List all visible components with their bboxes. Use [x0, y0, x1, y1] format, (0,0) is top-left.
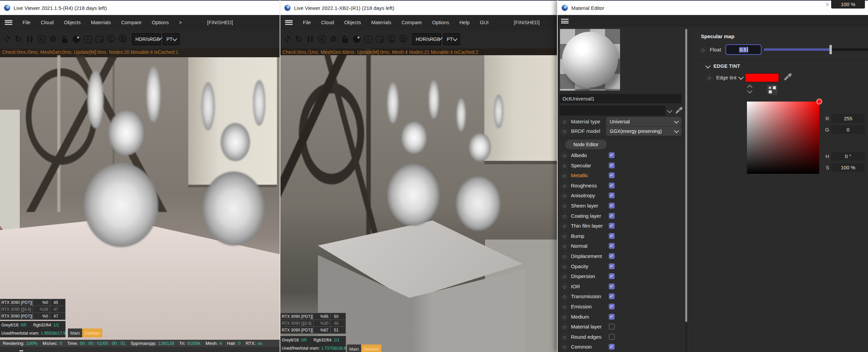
add-render-target-icon[interactable]: + [83, 35, 92, 44]
node-pin-icon[interactable]: ◇ [561, 252, 568, 260]
channel-checkbox[interactable] [609, 314, 615, 320]
channel-row[interactable]: ◇ Emission [558, 302, 691, 312]
channel-row[interactable]: ◇ Transmission [558, 292, 691, 302]
menu-item[interactable]: Options [152, 20, 169, 25]
display-mode-select[interactable]: HDR/sRGB [412, 33, 441, 45]
menu-item[interactable]: > [179, 20, 182, 25]
lock-resolution-icon[interactable] [60, 35, 69, 44]
float-slider[interactable] [764, 48, 868, 51]
menu-item[interactable]: Compare [401, 20, 422, 25]
channel-checkbox[interactable] [609, 243, 615, 249]
color-channel-input[interactable]: 0 [831, 125, 865, 134]
node-pin-icon[interactable]: ◇ [561, 202, 568, 210]
channel-checkbox[interactable] [609, 183, 615, 188]
channel-checkbox[interactable] [609, 293, 615, 299]
color-channel-input[interactable]: 0 ° [831, 152, 865, 160]
channel-checkbox[interactable] [609, 233, 615, 239]
channel-row[interactable]: ◇ Metallic [558, 171, 691, 181]
channel-row[interactable]: ◇ Specular [558, 161, 691, 171]
channel-checkbox[interactable] [609, 253, 615, 259]
menu-item[interactable]: Cloud [41, 20, 54, 25]
channel-checkbox[interactable] [609, 284, 615, 289]
brdf-model-select[interactable]: GGX(energy preserving) [606, 126, 681, 136]
menu-item[interactable]: File [303, 20, 311, 25]
menu-icon[interactable] [5, 20, 12, 25]
picker-grid-icon[interactable] [767, 85, 778, 95]
node-pin-icon[interactable]: ◇ [561, 232, 568, 240]
channel-row[interactable]: ◇ Anisotropy [558, 191, 691, 201]
channel-row[interactable]: ◇ IOR [558, 282, 691, 292]
node-pin-icon[interactable]: ◇ [561, 283, 568, 290]
value-stepper[interactable] [747, 85, 752, 93]
node-pin-icon[interactable]: ◇ [699, 46, 707, 53]
menu-item[interactable]: Materials [91, 20, 111, 25]
window-titlebar[interactable]: Live Viewer 2022.1-XB2-(R1) (218 days le… [280, 0, 557, 15]
channel-row[interactable]: ◇ Medium [558, 312, 691, 322]
menu-item[interactable]: GUI [480, 20, 489, 25]
add-render-target-icon[interactable]: + [364, 35, 373, 44]
channel-row[interactable]: ◇ Normal [558, 241, 691, 251]
color-field[interactable] [747, 102, 819, 174]
menu-item[interactable]: Materials [371, 20, 391, 25]
pass-tab[interactable]: DeMain [361, 345, 381, 352]
region-picker-icon[interactable] [375, 35, 384, 44]
refresh-icon[interactable]: ↻ [14, 35, 23, 44]
chevron-down-icon[interactable] [667, 108, 673, 113]
node-pin-icon[interactable]: ◇ [561, 192, 568, 199]
channel-row[interactable]: ◇ Dispersion [558, 272, 691, 282]
eyedropper-icon[interactable] [674, 106, 683, 115]
node-pin-icon[interactable]: ◇ [561, 118, 568, 125]
focus-picker-icon[interactable]: F [387, 35, 396, 44]
kernel-select[interactable]: PT [163, 33, 179, 45]
channel-checkbox[interactable] [609, 263, 615, 269]
restart-render-icon[interactable]: R [37, 35, 46, 44]
restart-render-icon[interactable]: R [317, 35, 326, 44]
menu-item[interactable]: Cloud [321, 20, 334, 25]
pass-tab[interactable]: Main [68, 328, 82, 337]
node-pin-icon[interactable]: ◇ [561, 273, 568, 280]
channel-checkbox[interactable] [609, 223, 615, 229]
settings-gear-icon[interactable]: ⚙ [329, 35, 338, 44]
channel-checkbox[interactable] [609, 193, 615, 198]
octane-logo-icon[interactable] [2, 35, 11, 44]
channel-row[interactable]: ◇ Displacement [558, 251, 691, 262]
material-picker-icon[interactable]: M [118, 35, 127, 44]
color-field-handle[interactable] [816, 98, 822, 105]
channel-checkbox[interactable] [609, 324, 615, 330]
channel-checkbox[interactable] [609, 213, 615, 219]
eyedropper-icon[interactable] [783, 72, 792, 81]
node-pin-icon[interactable]: ◇ [561, 222, 568, 230]
float-value-input[interactable]: 0.5 [725, 44, 762, 55]
channel-checkbox[interactable] [609, 172, 615, 178]
refresh-icon[interactable]: ↻ [294, 35, 303, 44]
pause-icon[interactable] [25, 35, 34, 44]
node-pin-icon[interactable]: ◇ [706, 74, 713, 81]
channel-checkbox[interactable] [609, 203, 615, 209]
node-pin-icon[interactable]: ◇ [561, 182, 568, 189]
node-pin-icon[interactable]: ◇ [561, 323, 568, 331]
channel-row[interactable]: ◇ Thin film layer [558, 221, 691, 231]
channel-checkbox[interactable] [609, 334, 615, 340]
channel-row[interactable]: ◇ Sheen layer [558, 201, 691, 211]
channel-row[interactable]: ◇ Material layer [558, 322, 691, 332]
channel-checkbox[interactable] [609, 344, 615, 350]
region-picker-icon[interactable] [95, 35, 104, 44]
render-viewport-middle[interactable]: Check:0ms./1ms. MeshGen:68ms. Update[M]:… [280, 48, 557, 352]
menu-icon[interactable] [561, 19, 569, 24]
channel-row[interactable]: ◇ Bump [558, 231, 691, 242]
color-channel-input[interactable]: 100 % [831, 163, 865, 172]
channel-checkbox[interactable] [609, 163, 615, 168]
menu-item[interactable]: Options [432, 20, 449, 25]
node-pin-icon[interactable]: ◇ [561, 152, 568, 159]
channel-checkbox[interactable] [609, 273, 615, 279]
lock-resolution-icon[interactable] [340, 35, 350, 44]
channel-checkbox[interactable] [609, 152, 615, 158]
edge-tint-section-header[interactable]: EDGE TINT [713, 63, 740, 69]
material-type-select[interactable]: Universal [606, 117, 681, 126]
node-pin-icon[interactable]: ◇ [561, 242, 568, 250]
scrollbar[interactable] [685, 29, 687, 352]
menu-icon[interactable] [285, 20, 293, 25]
channel-row[interactable]: ◇ Opacity [558, 262, 691, 272]
render-ball-icon[interactable] [352, 35, 361, 44]
channel-row[interactable]: ◇ Albedo [558, 151, 691, 161]
